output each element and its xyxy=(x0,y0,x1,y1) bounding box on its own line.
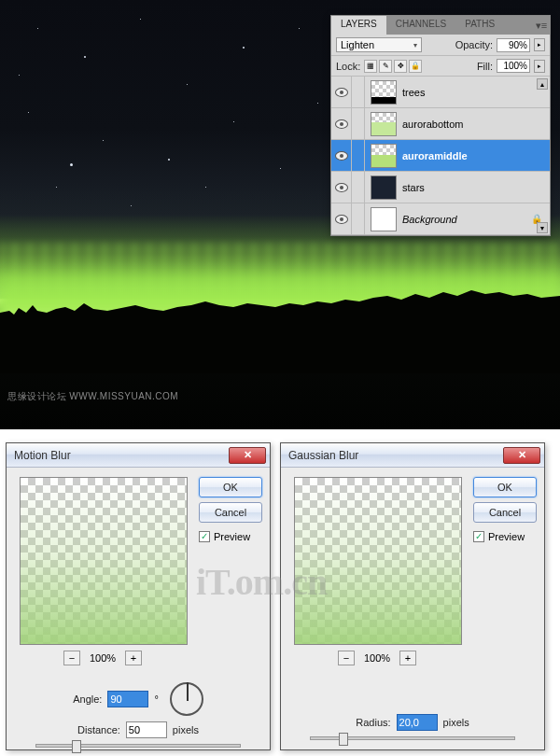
radius-label: Radius: xyxy=(356,717,390,728)
dialog-title: Motion Blur xyxy=(7,449,71,462)
layer-row[interactable]: trees xyxy=(331,77,550,108)
scroll-up-icon[interactable]: ▲ xyxy=(537,78,548,90)
layer-row[interactable]: aurorabottom xyxy=(331,108,550,140)
close-icon: ✕ xyxy=(244,449,252,461)
distance-unit: pixels xyxy=(173,724,199,735)
ok-button[interactable]: OK xyxy=(473,477,537,497)
dialog-title: Gaussian Blur xyxy=(281,449,358,462)
layer-row[interactable]: Background🔒 xyxy=(331,203,550,235)
layers-list: ▲ trees aurorabottom auroramiddle stars … xyxy=(331,77,550,235)
blend-mode-dropdown[interactable]: Lighten▾ xyxy=(336,37,422,52)
close-button[interactable]: ✕ xyxy=(229,447,266,464)
opacity-input[interactable] xyxy=(497,38,530,52)
distance-label: Distance: xyxy=(77,724,120,735)
distance-input[interactable] xyxy=(126,721,167,738)
motion-blur-dialog: Motion Blur ✕ − 100% + OK Cancel ✓Previe… xyxy=(6,442,271,750)
visibility-toggle[interactable] xyxy=(331,108,352,140)
layer-thumbnail[interactable] xyxy=(371,175,397,200)
visibility-toggle[interactable] xyxy=(331,203,352,235)
eye-icon xyxy=(335,183,348,192)
preview-box[interactable] xyxy=(20,477,188,645)
opacity-label: Opacity: xyxy=(455,39,493,50)
layer-thumbnail[interactable] xyxy=(371,112,397,136)
preview-checkbox[interactable]: ✓ xyxy=(473,531,484,542)
dialog-titlebar[interactable]: Gaussian Blur ✕ xyxy=(281,443,544,468)
eye-icon xyxy=(335,215,348,224)
preview-label: Preview xyxy=(214,531,250,542)
panel-tabs: LAYERS CHANNELS PATHS ▾≡ xyxy=(331,16,550,35)
lock-all-icon[interactable]: 🔒 xyxy=(409,60,422,73)
preview-label: Preview xyxy=(488,531,525,542)
chevron-down-icon: ▾ xyxy=(413,41,417,49)
zoom-in-button[interactable]: + xyxy=(399,651,416,665)
fill-label: Fill: xyxy=(477,61,493,72)
fill-flyout-icon[interactable]: ▸ xyxy=(534,60,545,73)
eye-icon xyxy=(335,88,348,97)
visibility-toggle[interactable] xyxy=(331,77,352,108)
ok-button[interactable]: OK xyxy=(199,477,262,497)
eye-icon xyxy=(335,151,348,161)
cancel-button[interactable]: Cancel xyxy=(473,502,537,523)
tree-silhouette xyxy=(0,285,560,322)
layer-thumbnail[interactable] xyxy=(371,144,397,168)
radius-slider[interactable] xyxy=(310,736,515,740)
visibility-toggle[interactable] xyxy=(331,140,352,172)
close-icon: ✕ xyxy=(518,449,526,461)
zoom-level: 100% xyxy=(90,652,116,664)
degree-symbol: ° xyxy=(154,693,158,705)
layer-row-selected[interactable]: auroramiddle xyxy=(331,140,550,172)
panel-menu-icon[interactable]: ▾≡ xyxy=(533,16,550,35)
canvas-watermark: 思缘设计论坛 WWW.MISSYUAN.COM xyxy=(7,390,178,403)
radius-unit: pixels xyxy=(443,717,469,728)
zoom-level: 100% xyxy=(364,652,390,664)
dialog-titlebar[interactable]: Motion Blur ✕ xyxy=(7,443,270,468)
fill-input[interactable] xyxy=(497,59,530,73)
zoom-out-button[interactable]: − xyxy=(338,651,355,665)
preview-box[interactable] xyxy=(294,477,462,645)
visibility-toggle[interactable] xyxy=(331,172,352,203)
preview-checkbox[interactable]: ✓ xyxy=(199,531,210,542)
lock-label: Lock: xyxy=(336,61,360,72)
layer-thumbnail[interactable] xyxy=(371,80,397,105)
layer-row[interactable]: stars xyxy=(331,172,550,203)
scroll-down-icon[interactable]: ▼ xyxy=(537,222,548,233)
tab-paths[interactable]: PATHS xyxy=(455,16,504,35)
gaussian-blur-dialog: Gaussian Blur ✕ − 100% + OK Cancel ✓Prev… xyxy=(280,442,545,750)
angle-input[interactable] xyxy=(107,691,148,707)
zoom-out-button[interactable]: − xyxy=(63,651,80,665)
angle-dial[interactable] xyxy=(170,682,203,716)
layer-thumbnail[interactable] xyxy=(371,207,397,231)
radius-input[interactable] xyxy=(397,714,438,731)
ground xyxy=(0,317,560,373)
distance-slider[interactable] xyxy=(35,744,241,748)
tab-channels[interactable]: CHANNELS xyxy=(386,16,455,35)
layers-panel: LAYERS CHANNELS PATHS ▾≡ Lighten▾ Opacit… xyxy=(330,15,551,236)
cancel-button[interactable]: Cancel xyxy=(199,502,262,523)
eye-icon xyxy=(335,119,348,129)
close-button[interactable]: ✕ xyxy=(503,447,540,464)
opacity-flyout-icon[interactable]: ▸ xyxy=(534,38,545,51)
lock-pixels-icon[interactable]: ✎ xyxy=(379,60,392,73)
lock-position-icon[interactable]: ✥ xyxy=(394,60,407,73)
zoom-in-button[interactable]: + xyxy=(125,651,142,665)
lock-transparency-icon[interactable]: ▦ xyxy=(364,60,377,73)
angle-label: Angle: xyxy=(73,693,102,705)
tab-layers[interactable]: LAYERS xyxy=(331,16,386,35)
